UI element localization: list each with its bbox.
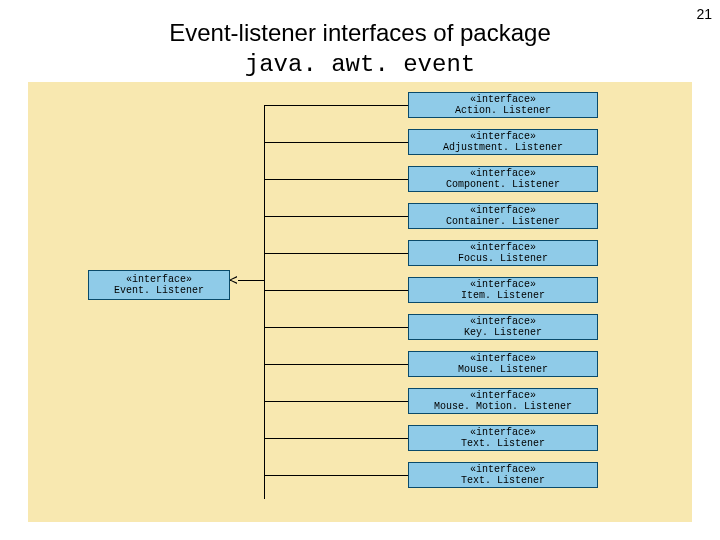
child-interface-box: «interface»Container. Listener [408, 203, 598, 229]
connector-branch [264, 179, 408, 180]
connector-branch [264, 475, 408, 476]
stereotype-label: «interface» [409, 353, 597, 365]
stereotype-label: «interface» [409, 242, 597, 254]
connector-branch [264, 401, 408, 402]
child-interface-label: Item. Listener [409, 290, 597, 302]
child-interface-box: «interface»Mouse. Motion. Listener [408, 388, 598, 414]
stereotype-label: «interface» [409, 205, 597, 217]
title-line-2: java. awt. event [245, 51, 475, 78]
child-interface-label: Text. Listener [409, 438, 597, 450]
connector-trunk [264, 105, 265, 499]
stereotype-label: «interface» [89, 274, 229, 286]
diagram-canvas: «interface» Event. Listener «interface»A… [28, 82, 692, 522]
child-interface-label: Container. Listener [409, 216, 597, 228]
child-interface-box: «interface»Text. Listener [408, 462, 598, 488]
stereotype-label: «interface» [409, 390, 597, 402]
child-interface-box: «interface»Component. Listener [408, 166, 598, 192]
child-interface-label: Adjustment. Listener [409, 142, 597, 154]
root-interface-box: «interface» Event. Listener [88, 270, 230, 300]
stereotype-label: «interface» [409, 279, 597, 291]
child-interface-label: Focus. Listener [409, 253, 597, 265]
connector-branch [264, 105, 408, 106]
connector-branch [264, 216, 408, 217]
title-line-1: Event-listener interfaces of package [169, 19, 551, 46]
stereotype-label: «interface» [409, 464, 597, 476]
page-title: Event-listener interfaces of package jav… [0, 0, 720, 80]
stereotype-label: «interface» [409, 168, 597, 180]
generalization-arrow [230, 280, 264, 281]
connector-branch [264, 438, 408, 439]
stereotype-label: «interface» [409, 427, 597, 439]
connector-branch [264, 290, 408, 291]
connector-branch [264, 364, 408, 365]
stereotype-label: «interface» [409, 316, 597, 328]
child-interface-box: «interface»Item. Listener [408, 277, 598, 303]
page-number: 21 [696, 6, 712, 22]
child-interface-label: Mouse. Listener [409, 364, 597, 376]
child-interface-label: Key. Listener [409, 327, 597, 339]
child-interface-box: «interface»Focus. Listener [408, 240, 598, 266]
connector-branch [264, 327, 408, 328]
root-interface-label: Event. Listener [89, 285, 229, 297]
child-interface-label: Component. Listener [409, 179, 597, 191]
connector-branch [264, 142, 408, 143]
child-interface-box: «interface»Adjustment. Listener [408, 129, 598, 155]
child-interface-box: «interface»Action. Listener [408, 92, 598, 118]
stereotype-label: «interface» [409, 94, 597, 106]
connector-branch [264, 253, 408, 254]
child-interface-label: Text. Listener [409, 475, 597, 487]
stereotype-label: «interface» [409, 131, 597, 143]
child-interface-box: «interface»Mouse. Listener [408, 351, 598, 377]
child-interface-label: Mouse. Motion. Listener [409, 401, 597, 413]
child-interface-label: Action. Listener [409, 105, 597, 117]
child-interface-box: «interface»Text. Listener [408, 425, 598, 451]
child-interface-box: «interface»Key. Listener [408, 314, 598, 340]
